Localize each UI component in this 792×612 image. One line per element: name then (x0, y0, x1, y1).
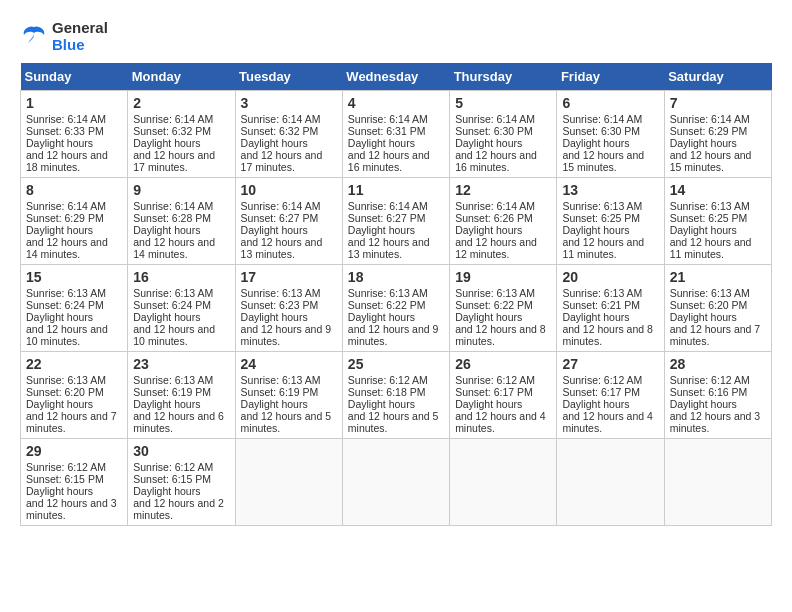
sunset: Sunset: 6:19 PM (241, 386, 319, 398)
calendar-cell: 25Sunrise: 6:12 AMSunset: 6:18 PMDayligh… (342, 352, 449, 439)
sunrise: Sunrise: 6:13 AM (670, 287, 750, 299)
sunset: Sunset: 6:33 PM (26, 125, 104, 137)
day-number: 22 (26, 356, 122, 372)
daylight-label: Daylight hours (26, 224, 93, 236)
calendar-table: SundayMondayTuesdayWednesdayThursdayFrid… (20, 63, 772, 526)
sunset: Sunset: 6:15 PM (133, 473, 211, 485)
sunrise: Sunrise: 6:13 AM (562, 200, 642, 212)
sunrise: Sunrise: 6:12 AM (562, 374, 642, 386)
calendar-body: 1Sunrise: 6:14 AMSunset: 6:33 PMDaylight… (21, 91, 772, 526)
day-number: 14 (670, 182, 766, 198)
sunrise: Sunrise: 6:12 AM (348, 374, 428, 386)
daylight-hours: and 12 hours and 12 minutes. (455, 236, 537, 260)
sunset: Sunset: 6:27 PM (348, 212, 426, 224)
daylight-hours: and 12 hours and 5 minutes. (348, 410, 439, 434)
sunset: Sunset: 6:21 PM (562, 299, 640, 311)
sunset: Sunset: 6:29 PM (26, 212, 104, 224)
daylight-hours: and 12 hours and 17 minutes. (133, 149, 215, 173)
sunset: Sunset: 6:20 PM (26, 386, 104, 398)
daylight-hours: and 12 hours and 11 minutes. (670, 236, 752, 260)
daylight-hours: and 12 hours and 7 minutes. (26, 410, 117, 434)
day-number: 15 (26, 269, 122, 285)
daylight-label: Daylight hours (670, 224, 737, 236)
day-number: 17 (241, 269, 337, 285)
daylight-label: Daylight hours (562, 311, 629, 323)
daylight-label: Daylight hours (455, 398, 522, 410)
calendar-cell: 10Sunrise: 6:14 AMSunset: 6:27 PMDayligh… (235, 178, 342, 265)
daylight-hours: and 12 hours and 9 minutes. (348, 323, 439, 347)
sunrise: Sunrise: 6:14 AM (348, 113, 428, 125)
daylight-hours: and 12 hours and 14 minutes. (26, 236, 108, 260)
calendar-cell: 21Sunrise: 6:13 AMSunset: 6:20 PMDayligh… (664, 265, 771, 352)
day-header-thursday: Thursday (450, 63, 557, 91)
daylight-hours: and 12 hours and 17 minutes. (241, 149, 323, 173)
calendar-cell (450, 439, 557, 526)
sunrise: Sunrise: 6:12 AM (670, 374, 750, 386)
sunrise: Sunrise: 6:12 AM (26, 461, 106, 473)
day-number: 18 (348, 269, 444, 285)
sunrise: Sunrise: 6:14 AM (241, 113, 321, 125)
day-number: 21 (670, 269, 766, 285)
daylight-hours: and 12 hours and 3 minutes. (26, 497, 117, 521)
daylight-hours: and 12 hours and 5 minutes. (241, 410, 332, 434)
sunrise: Sunrise: 6:14 AM (455, 200, 535, 212)
day-number: 2 (133, 95, 229, 111)
day-header-friday: Friday (557, 63, 664, 91)
sunset: Sunset: 6:23 PM (241, 299, 319, 311)
sunset: Sunset: 6:19 PM (133, 386, 211, 398)
calendar-cell: 8Sunrise: 6:14 AMSunset: 6:29 PMDaylight… (21, 178, 128, 265)
sunset: Sunset: 6:16 PM (670, 386, 748, 398)
daylight-label: Daylight hours (670, 311, 737, 323)
daylight-label: Daylight hours (133, 137, 200, 149)
calendar-week-row: 22Sunrise: 6:13 AMSunset: 6:20 PMDayligh… (21, 352, 772, 439)
sunrise: Sunrise: 6:14 AM (562, 113, 642, 125)
day-number: 10 (241, 182, 337, 198)
daylight-label: Daylight hours (133, 311, 200, 323)
calendar-cell: 2Sunrise: 6:14 AMSunset: 6:32 PMDaylight… (128, 91, 235, 178)
day-number: 27 (562, 356, 658, 372)
calendar-cell: 17Sunrise: 6:13 AMSunset: 6:23 PMDayligh… (235, 265, 342, 352)
day-header-wednesday: Wednesday (342, 63, 449, 91)
sunset: Sunset: 6:22 PM (348, 299, 426, 311)
day-number: 23 (133, 356, 229, 372)
calendar-cell: 11Sunrise: 6:14 AMSunset: 6:27 PMDayligh… (342, 178, 449, 265)
daylight-label: Daylight hours (241, 398, 308, 410)
daylight-label: Daylight hours (562, 224, 629, 236)
calendar-cell (342, 439, 449, 526)
day-number: 19 (455, 269, 551, 285)
sunset: Sunset: 6:22 PM (455, 299, 533, 311)
daylight-hours: and 12 hours and 6 minutes. (133, 410, 224, 434)
daylight-label: Daylight hours (241, 137, 308, 149)
sunset: Sunset: 6:27 PM (241, 212, 319, 224)
calendar-cell (235, 439, 342, 526)
daylight-hours: and 12 hours and 4 minutes. (562, 410, 653, 434)
daylight-label: Daylight hours (26, 311, 93, 323)
daylight-hours: and 12 hours and 9 minutes. (241, 323, 332, 347)
logo-general: General (52, 20, 108, 37)
calendar-cell: 5Sunrise: 6:14 AMSunset: 6:30 PMDaylight… (450, 91, 557, 178)
sunset: Sunset: 6:24 PM (26, 299, 104, 311)
daylight-hours: and 12 hours and 15 minutes. (562, 149, 644, 173)
daylight-label: Daylight hours (26, 137, 93, 149)
calendar-cell: 27Sunrise: 6:12 AMSunset: 6:17 PMDayligh… (557, 352, 664, 439)
day-number: 16 (133, 269, 229, 285)
sunset: Sunset: 6:17 PM (455, 386, 533, 398)
sunrise: Sunrise: 6:14 AM (26, 200, 106, 212)
calendar-week-row: 15Sunrise: 6:13 AMSunset: 6:24 PMDayligh… (21, 265, 772, 352)
calendar-cell: 24Sunrise: 6:13 AMSunset: 6:19 PMDayligh… (235, 352, 342, 439)
sunrise: Sunrise: 6:13 AM (348, 287, 428, 299)
daylight-hours: and 12 hours and 16 minutes. (348, 149, 430, 173)
daylight-hours: and 12 hours and 3 minutes. (670, 410, 761, 434)
sunrise: Sunrise: 6:13 AM (670, 200, 750, 212)
calendar-cell: 14Sunrise: 6:13 AMSunset: 6:25 PMDayligh… (664, 178, 771, 265)
day-number: 8 (26, 182, 122, 198)
day-header-sunday: Sunday (21, 63, 128, 91)
daylight-hours: and 12 hours and 15 minutes. (670, 149, 752, 173)
day-number: 13 (562, 182, 658, 198)
calendar-cell: 6Sunrise: 6:14 AMSunset: 6:30 PMDaylight… (557, 91, 664, 178)
daylight-label: Daylight hours (455, 137, 522, 149)
sunrise: Sunrise: 6:12 AM (455, 374, 535, 386)
calendar-cell (557, 439, 664, 526)
daylight-hours: and 12 hours and 13 minutes. (348, 236, 430, 260)
daylight-label: Daylight hours (455, 311, 522, 323)
